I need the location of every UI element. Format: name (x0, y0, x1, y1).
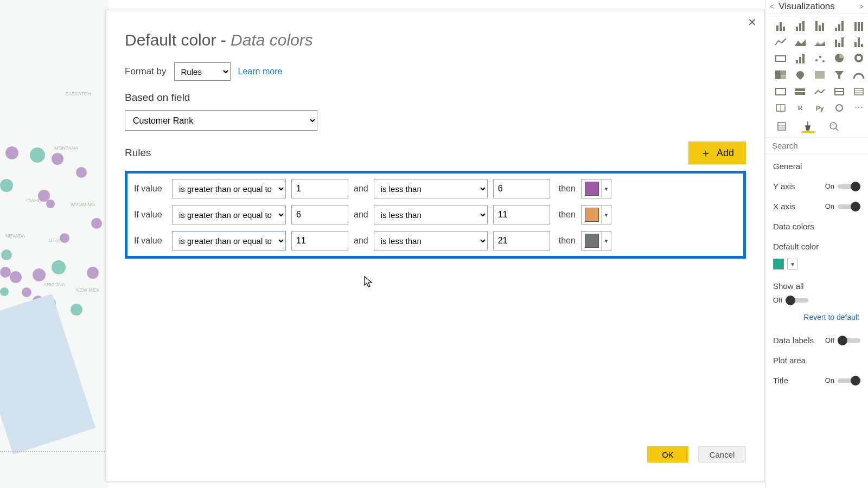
py-visual-icon[interactable]: Py (812, 100, 827, 112)
stacked-column-icon[interactable] (793, 19, 808, 31)
analytics-tab-icon[interactable] (827, 120, 840, 133)
search-input[interactable]: Search (765, 138, 868, 154)
based-on-field-label: Based on field (125, 92, 746, 104)
line-clustered-icon[interactable] (851, 35, 866, 47)
clustered-bar-icon[interactable] (812, 19, 827, 31)
then-label: then (559, 184, 576, 194)
svg-point-1 (815, 59, 818, 61)
rule-value-2-input[interactable] (493, 231, 550, 251)
area-chart-icon[interactable] (793, 35, 808, 47)
and-label: and (354, 184, 368, 194)
hundred-stacked-icon[interactable] (851, 19, 866, 31)
rule-value-2-input[interactable] (493, 205, 550, 224)
more-visuals-icon[interactable]: ⋯ (851, 100, 866, 112)
rule-operator-2-select[interactable]: is less than (374, 179, 488, 198)
rule-color-picker[interactable]: ▼ (581, 179, 611, 198)
treemap-icon[interactable] (773, 68, 788, 80)
title-toggle[interactable] (838, 377, 860, 384)
rule-row: If value is greater than or equal to and… (130, 202, 741, 228)
stacked-area-icon[interactable] (812, 35, 827, 47)
svg-rect-12 (795, 88, 805, 91)
clustered-column-icon[interactable] (832, 19, 847, 31)
pie-icon[interactable] (832, 52, 847, 63)
show-all-toggle[interactable] (786, 297, 808, 304)
rule-value-1-input[interactable] (291, 179, 348, 198)
card-icon[interactable] (773, 84, 788, 96)
data-labels-toggle[interactable] (838, 337, 860, 344)
rule-value-2-input[interactable] (493, 179, 550, 198)
if-value-label: If value (134, 184, 167, 194)
cancel-button[interactable]: Cancel (698, 446, 746, 463)
donut-icon[interactable] (851, 52, 866, 63)
multirow-card-icon[interactable] (793, 84, 808, 96)
close-icon[interactable]: ✕ (748, 16, 757, 29)
add-rule-button[interactable]: ＋ Add (688, 142, 746, 164)
stacked-bar-icon[interactable] (773, 19, 788, 31)
dialog-title: Default color - Data colors (125, 31, 746, 49)
rule-color-picker[interactable]: ▼ (581, 205, 611, 224)
rule-operator-1-select[interactable]: is greater than or equal to (172, 231, 286, 251)
rule-value-1-input[interactable] (291, 205, 348, 224)
svg-point-6 (857, 56, 861, 60)
x-axis-toggle[interactable] (838, 203, 860, 210)
rule-row: If value is greater than or equal to and… (130, 228, 741, 254)
map-background: SASKATCH MONTANA IDAHO WYOMING NEVADA UT… (0, 0, 108, 488)
format-section-plot-area[interactable]: Plot area (765, 350, 868, 370)
rules-highlight-box: If value is greater than or equal to and… (125, 171, 746, 259)
fields-tab-icon[interactable] (775, 120, 788, 133)
filled-map-icon[interactable] (812, 68, 827, 80)
then-label: then (559, 236, 576, 246)
based-on-field-select[interactable]: Customer Rank (125, 110, 317, 131)
format-section-y-axis[interactable]: Y axis On (765, 176, 868, 196)
format-section-title[interactable]: Title On (765, 370, 868, 390)
panel-next-icon[interactable]: > (859, 2, 864, 11)
default-color-dropdown[interactable]: ▼ (787, 259, 798, 269)
y-axis-toggle[interactable] (838, 183, 860, 190)
format-by-label: Format by (125, 66, 167, 77)
waterfall-icon[interactable] (793, 52, 808, 63)
format-section-x-axis[interactable]: X axis On (765, 196, 868, 216)
conditional-formatting-dialog: ✕ Default color - Data colors Format by … (106, 10, 765, 481)
revert-to-default-link[interactable]: Revert to default (765, 310, 868, 330)
gauge-icon[interactable] (851, 68, 866, 80)
format-section-general[interactable]: General (765, 156, 868, 176)
learn-more-link[interactable]: Learn more (238, 67, 283, 76)
format-tab-icon[interactable] (801, 120, 814, 133)
format-section-data-colors[interactable]: Data colors (765, 216, 868, 236)
rule-operator-1-select[interactable]: is greater than or equal to (172, 179, 286, 198)
chevron-down-icon: ▼ (601, 232, 611, 250)
format-section-data-labels[interactable]: Data labels Off (765, 330, 868, 350)
if-value-label: If value (134, 210, 167, 220)
panel-prev-icon[interactable]: < (770, 2, 774, 11)
visualizations-panel: < Visualizations > R (765, 0, 868, 488)
rule-value-1-input[interactable] (291, 231, 348, 251)
color-swatch (585, 182, 599, 196)
svg-rect-7 (775, 70, 781, 79)
key-influencers-icon[interactable] (832, 100, 847, 112)
then-label: then (559, 210, 576, 220)
svg-rect-13 (795, 92, 805, 95)
format-by-select[interactable]: Rules (174, 62, 231, 81)
rule-operator-2-select[interactable]: is less than (374, 231, 488, 251)
visualizations-title: Visualizations (778, 1, 855, 12)
funnel-icon[interactable] (832, 68, 847, 80)
line-stacked-icon[interactable] (832, 35, 847, 47)
map-label: WYOMING (71, 202, 95, 207)
rule-operator-1-select[interactable]: is greater than or equal to (172, 205, 286, 224)
table-icon[interactable] (851, 84, 866, 96)
scatter-icon[interactable] (812, 52, 827, 63)
svg-point-21 (836, 105, 843, 111)
ok-button[interactable]: OK (647, 446, 688, 463)
rule-color-picker[interactable]: ▼ (581, 231, 611, 251)
kpi-icon[interactable] (812, 84, 827, 96)
rule-operator-2-select[interactable]: is less than (374, 205, 488, 224)
plus-icon: ＋ (700, 146, 711, 160)
map-label: NEVADA (5, 233, 25, 239)
ribbon-icon[interactable] (773, 52, 788, 63)
slicer-icon[interactable] (832, 84, 847, 96)
line-chart-icon[interactable] (773, 35, 788, 47)
r-visual-icon[interactable]: R (793, 100, 808, 112)
matrix-icon[interactable] (773, 100, 788, 112)
rule-row: If value is greater than or equal to and… (130, 176, 741, 202)
map-icon[interactable] (793, 68, 808, 80)
